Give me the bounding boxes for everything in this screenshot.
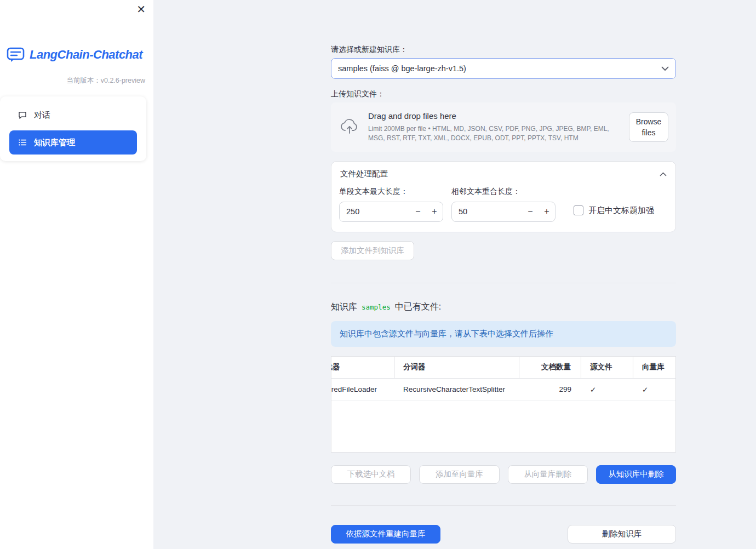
delete-from-vectorstore-button[interactable]: 从向量库删除 (508, 465, 588, 484)
kb-name-code: samples (362, 303, 391, 311)
expander-header[interactable]: 文件处理配置 (331, 162, 675, 185)
overlap-size-value: 50 (459, 207, 522, 216)
download-selected-button[interactable]: 下载选中文档 (331, 465, 411, 484)
overlap-size-group: 相邻文本重合长度： 50 − + (451, 187, 555, 222)
sidebar: ✕ LangChain-Chatchat 当前版本：v0.2.6-preview… (0, 0, 153, 549)
chunk-size-label: 单段文本最大长度： (339, 187, 443, 197)
kb-selectbox[interactable]: samples (faiss @ bge-large-zh-v1.5) (331, 58, 676, 79)
dropzone-texts: Drag and drop files here Limit 200MB per… (368, 111, 622, 143)
column-header-splitter[interactable]: 分词器 (394, 357, 519, 378)
files-dataframe[interactable]: 文档加载器 分词器 文档数量 源文件 向量库 UnstructuredFileL… (331, 356, 676, 453)
check-icon: ✓ (642, 385, 648, 394)
column-header-loader[interactable]: 文档加载器 (331, 357, 394, 378)
browse-files-button[interactable]: Browse files (629, 112, 668, 142)
chat-bubble-icon (18, 111, 27, 119)
upload-label: 上传知识文件： (331, 89, 676, 99)
chevron-down-icon (661, 64, 669, 73)
rebuild-vectorstore-button[interactable]: 依据源文件重建向量库 (331, 525, 440, 544)
sidebar-close-icon[interactable]: ✕ (136, 3, 146, 15)
minus-stepper-button[interactable]: − (522, 207, 539, 216)
column-header-doc-count[interactable]: 文档数量 (519, 357, 581, 378)
delete-kb-button[interactable]: 删除知识库 (568, 525, 676, 544)
expander-title: 文件处理配置 (340, 169, 388, 179)
file-config-expander: 文件处理配置 单段文本最大长度： 250 − + 相邻文本重合长度： (331, 161, 676, 232)
column-header-source-file[interactable]: 源文件 (581, 357, 633, 378)
list-icon (18, 138, 27, 147)
dropzone-limit-text: Limit 200MB per file • HTML, MD, JSON, C… (368, 124, 622, 143)
check-icon: ✓ (590, 385, 596, 394)
delete-from-kb-button[interactable]: 从知识库中删除 (596, 465, 676, 484)
minus-stepper-button[interactable]: − (410, 207, 426, 216)
zh-title-enhance-label: 开启中文标题加强 (588, 205, 654, 216)
kb-management-buttons: 依据源文件重建向量库 删除知识库 (331, 525, 676, 544)
table-header-row: 文档加载器 分词器 文档数量 源文件 向量库 (331, 357, 675, 379)
kb-files-suffix: 中已有文件: (395, 301, 441, 313)
kb-files-prefix: 知识库 (331, 301, 357, 313)
sidebar-menu: 对话 知识库管理 (0, 96, 146, 161)
expander-body: 单段文本最大长度： 250 − + 相邻文本重合长度： 50 − + (331, 185, 675, 232)
kb-select-label: 请选择或新建知识库： (331, 45, 676, 55)
cell-splitter: RecursiveCharacterTextSplitter (394, 379, 519, 401)
column-header-vector-store[interactable]: 向量库 (633, 357, 675, 378)
chunk-size-input[interactable]: 250 − + (339, 202, 443, 222)
file-action-buttons: 下载选中文档 添加至向量库 从向量库删除 从知识库中删除 (331, 465, 676, 484)
sidebar-item-knowledge-base[interactable]: 知识库管理 (9, 130, 137, 155)
sidebar-item-label: 对话 (34, 110, 50, 121)
content-column: 请选择或新建知识库： samples (faiss @ bge-large-zh… (331, 0, 676, 544)
main-area: 请选择或新建知识库： samples (faiss @ bge-large-zh… (153, 0, 756, 549)
info-alert-text: 知识库中包含源文件与向量库，请从下表中选择文件后操作 (340, 329, 553, 338)
sidebar-item-dialogue[interactable]: 对话 (9, 103, 137, 127)
plus-stepper-button[interactable]: + (539, 207, 555, 216)
cell-loader: UnstructuredFileLoader (331, 379, 394, 401)
chunk-size-group: 单段文本最大长度： 250 − + (339, 187, 443, 222)
kb-files-heading: 知识库 samples 中已有文件: (331, 301, 676, 313)
add-to-vectorstore-button[interactable]: 添加至向量库 (419, 465, 499, 484)
app-logo-text: LangChain-Chatchat (30, 48, 142, 62)
cell-doc-count: 299 (519, 379, 581, 401)
overlap-size-label: 相邻文本重合长度： (451, 187, 555, 197)
dropzone-title: Drag and drop files here (368, 111, 622, 121)
plus-stepper-button[interactable]: + (426, 207, 443, 216)
chunk-size-value: 250 (346, 207, 410, 216)
info-alert: 知识库中包含源文件与向量库，请从下表中选择文件后操作 (331, 321, 676, 347)
cell-source-check: ✓ (581, 379, 633, 401)
kb-selectbox-value: samples (faiss @ bge-large-zh-v1.5) (338, 64, 466, 73)
table-row[interactable]: UnstructuredFileLoader RecursiveCharacte… (331, 379, 675, 401)
app-version-text: 当前版本：v0.2.6-preview (0, 76, 153, 85)
file-dropzone[interactable]: Drag and drop files here Limit 200MB per… (331, 102, 676, 152)
app-logo: LangChain-Chatchat (7, 47, 153, 62)
chevron-up-icon (660, 169, 667, 178)
zh-title-enhance-checkbox-group[interactable]: 开启中文标题加强 (574, 205, 654, 216)
chat-logo-icon (7, 47, 25, 62)
add-files-to-kb-button[interactable]: 添加文件到知识库 (331, 241, 414, 260)
divider (331, 505, 676, 506)
divider (331, 283, 676, 283)
sidebar-item-label: 知识库管理 (34, 138, 75, 148)
cloud-upload-icon (340, 118, 359, 136)
cell-vector-check: ✓ (633, 379, 675, 401)
overlap-size-input[interactable]: 50 − + (451, 202, 555, 222)
checkbox-unchecked-icon[interactable] (574, 205, 583, 215)
